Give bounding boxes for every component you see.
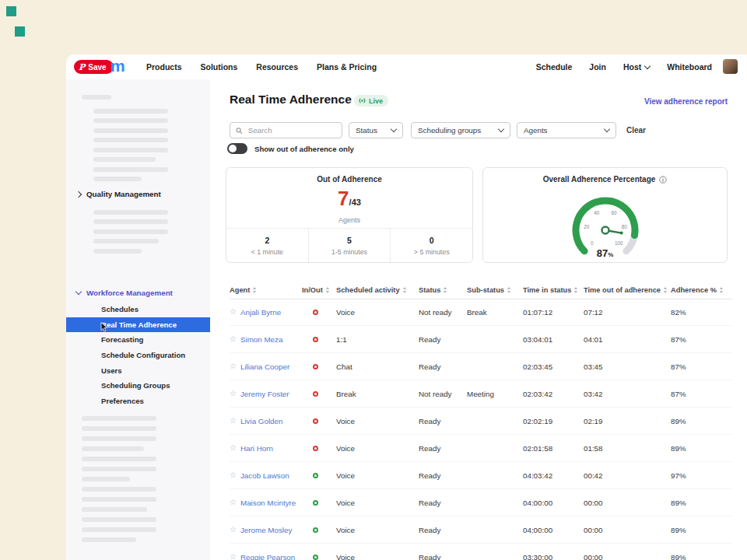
svg-text:80: 80 bbox=[622, 224, 628, 229]
table-column-header[interactable]: In/Out bbox=[302, 286, 336, 294]
table-column-header[interactable]: Time out of adherence bbox=[584, 286, 671, 294]
show-out-of-adherence-toggle[interactable] bbox=[227, 143, 247, 154]
time-in-status-cell: 01:07:12 bbox=[523, 308, 584, 317]
sidebar-subitem-label: Forecasting bbox=[101, 335, 143, 344]
status-cell: Ready bbox=[419, 526, 467, 534]
sidebar-subitem[interactable]: Schedules bbox=[66, 302, 210, 317]
agent-name-link[interactable]: Anjali Byrne bbox=[240, 308, 281, 317]
sidebar-subitem[interactable]: Users bbox=[66, 362, 210, 378]
dropdown-label: Scheduling groups bbox=[418, 126, 481, 135]
table-row[interactable]: Jerome Mosley Voice Ready 04:00:00 00:00… bbox=[230, 516, 731, 544]
out-of-adherence-card: Out of Adherence 7/43 Agents 2 < 1 minut… bbox=[226, 167, 473, 263]
skeleton-bar bbox=[82, 497, 156, 502]
top-navbar: P Save m ProductsSolutionsResourcesPlans… bbox=[66, 54, 747, 80]
agent-name-link[interactable]: Reggie Pearson bbox=[240, 553, 295, 560]
table-row[interactable]: Reggie Pearson Voice Ready 03:30:00 00:0… bbox=[230, 544, 731, 560]
table-row[interactable]: Jeremy Foster Break Not ready Meeting 02… bbox=[230, 380, 731, 408]
star-icon[interactable] bbox=[230, 390, 237, 397]
status-filter-dropdown[interactable]: Status bbox=[349, 122, 403, 138]
nav-link-label: Schedule bbox=[536, 62, 573, 72]
table-row[interactable]: Simon Meza 1:1 Ready 03:04:01 04:01 87% bbox=[230, 326, 731, 353]
view-adherence-report-link[interactable]: View adherence report bbox=[644, 97, 728, 106]
nav-link[interactable]: Products bbox=[146, 62, 182, 72]
star-icon[interactable] bbox=[230, 499, 237, 506]
nav-link[interactable]: Whiteboard bbox=[667, 62, 712, 72]
agent-cell: Jeremy Foster bbox=[230, 390, 302, 398]
agent-cell: Simon Meza bbox=[230, 335, 302, 344]
star-icon[interactable] bbox=[230, 526, 237, 534]
status-cell: Ready bbox=[419, 499, 467, 507]
column-header-label: Scheduled activity bbox=[336, 286, 400, 294]
agents-filter-dropdown[interactable]: Agents bbox=[517, 122, 616, 138]
skeleton-bar bbox=[82, 457, 156, 461]
scheduled-activity-cell: Chat bbox=[336, 362, 419, 371]
user-avatar[interactable] bbox=[723, 59, 738, 74]
bucket-label: 1-5 minutes bbox=[309, 248, 391, 256]
sidebar-subitem[interactable]: Schedule Configuration bbox=[66, 348, 210, 363]
agent-name-link[interactable]: Jeremy Foster bbox=[240, 390, 289, 398]
inout-status-dot bbox=[313, 527, 318, 533]
sidebar-subitem[interactable]: Scheduling Groups bbox=[66, 378, 210, 394]
time-in-status-cell: 02:03:42 bbox=[523, 390, 584, 398]
nav-link[interactable]: Plans & Pricing bbox=[317, 62, 377, 72]
bucket-value: 0 bbox=[391, 236, 472, 245]
table-row[interactable]: Hari Horn Voice Ready 02:01:58 01:58 89% bbox=[230, 435, 731, 462]
star-icon[interactable] bbox=[230, 444, 237, 452]
status-cell: Ready bbox=[419, 335, 467, 344]
star-icon[interactable] bbox=[230, 553, 237, 560]
agent-name-link[interactable]: Livia Golden bbox=[240, 417, 282, 425]
table-row[interactable]: Liliana Cooper Chat Ready 02:03:45 03:45… bbox=[230, 353, 731, 380]
search-input[interactable] bbox=[247, 125, 336, 135]
sidebar-subitem[interactable]: Real Time Adherence bbox=[66, 317, 210, 333]
nav-link[interactable]: Schedule bbox=[536, 62, 573, 72]
agent-name-link[interactable]: Liliana Cooper bbox=[240, 362, 289, 371]
agent-name-link[interactable]: Jacob Lawson bbox=[240, 471, 289, 480]
sidebar-subitem-label: Schedules bbox=[101, 305, 139, 313]
pinterest-save-button[interactable]: P Save bbox=[74, 60, 114, 74]
status-cell: Ready bbox=[419, 362, 467, 371]
nav-link[interactable]: Resources bbox=[256, 62, 298, 72]
info-icon[interactable] bbox=[659, 176, 667, 184]
search-icon bbox=[236, 127, 243, 135]
logo-m[interactable]: m bbox=[110, 57, 124, 75]
table-row[interactable]: Livia Golden Voice Ready 02:02:19 02:19 … bbox=[230, 408, 731, 435]
sidebar-subitem[interactable]: Forecasting bbox=[66, 332, 210, 348]
sort-icon bbox=[403, 287, 406, 293]
sidebar-subitem[interactable]: Preferences bbox=[66, 394, 210, 409]
table-row[interactable]: Maison Mcintyre Voice Ready 04:00:00 00:… bbox=[230, 489, 731, 516]
star-icon[interactable] bbox=[230, 308, 237, 316]
agent-name-link[interactable]: Simon Meza bbox=[240, 335, 282, 344]
table-column-header[interactable]: Status bbox=[419, 286, 467, 294]
agent-name-link[interactable]: Hari Horn bbox=[240, 444, 273, 453]
star-icon[interactable] bbox=[230, 471, 237, 479]
column-header-label: Adherence % bbox=[671, 286, 717, 294]
nav-link[interactable]: Solutions bbox=[201, 62, 238, 72]
nav-link[interactable]: Host bbox=[623, 62, 650, 72]
time-out-of-adherence-cell: 02:19 bbox=[584, 417, 671, 425]
table-column-header[interactable]: Scheduled activity bbox=[336, 286, 419, 294]
star-icon[interactable] bbox=[230, 335, 237, 343]
nav-link[interactable]: Join bbox=[589, 62, 606, 72]
clear-filters-button[interactable]: Clear bbox=[626, 126, 646, 135]
star-icon[interactable] bbox=[230, 417, 237, 425]
table-column-header[interactable]: Agent bbox=[230, 286, 302, 294]
agent-cell: Liliana Cooper bbox=[230, 362, 302, 371]
agent-name-link[interactable]: Jerome Mosley bbox=[240, 526, 292, 534]
chevron-down-icon bbox=[75, 289, 82, 295]
adherence-percent-cell: 89% bbox=[671, 553, 731, 560]
star-icon[interactable] bbox=[230, 362, 237, 370]
table-column-header[interactable]: Time in status bbox=[523, 286, 584, 294]
scheduling-groups-filter-dropdown[interactable]: Scheduling groups bbox=[411, 122, 510, 138]
agent-name-link[interactable]: Maison Mcintyre bbox=[240, 499, 296, 507]
inout-cell bbox=[302, 335, 336, 344]
sidebar-item-quality-management[interactable]: Quality Management bbox=[76, 190, 161, 198]
out-of-adherence-count: 7/43 bbox=[226, 187, 472, 211]
sidebar-item-workforce-management[interactable]: Workforce Management bbox=[76, 289, 173, 297]
table-row[interactable]: Anjali Byrne Voice Not ready Break 01:07… bbox=[230, 299, 731, 326]
table-column-header[interactable]: Adherence % bbox=[671, 286, 731, 294]
table-column-header[interactable]: Sub-status bbox=[467, 286, 523, 294]
table-row[interactable]: Jacob Lawson Voice Ready 04:03:42 00:42 … bbox=[230, 462, 731, 489]
adherence-bucket: 2 < 1 minute bbox=[226, 229, 308, 262]
time-out-of-adherence-cell: 04:01 bbox=[584, 335, 671, 344]
chevron-down-icon bbox=[498, 126, 504, 132]
